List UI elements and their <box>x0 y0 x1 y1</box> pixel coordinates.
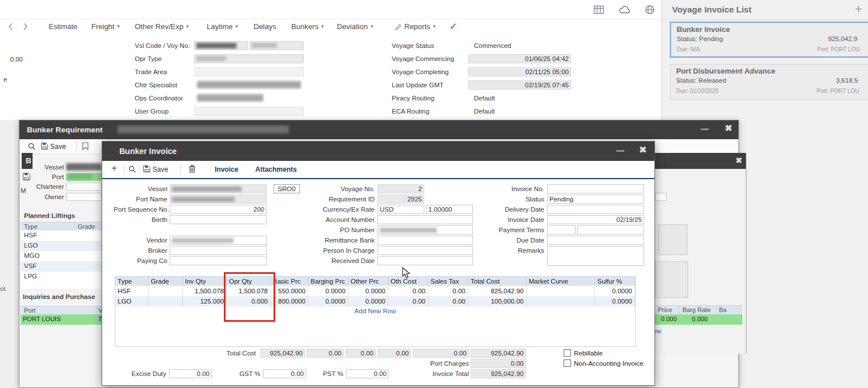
menu-estimate[interactable]: Estimate <box>49 22 78 31</box>
rebillable-checkbox[interactable]: Rebillable <box>564 349 603 357</box>
payment-terms-field-1[interactable] <box>547 225 576 235</box>
save-icon[interactable] <box>41 143 48 149</box>
port-field[interactable] <box>66 173 102 181</box>
invoice-date-field[interactable]: 02/19/25 <box>547 215 644 224</box>
ops-coordinator-field[interactable] <box>197 94 263 102</box>
vsl-code-field[interactable] <box>194 41 248 50</box>
table-row[interactable]: HSF 1,500.078 1,500.078 550.0000 0.0000 … <box>115 286 635 296</box>
trash-icon[interactable] <box>189 165 195 173</box>
table-row[interactable]: LGO 125.000 0.000 800.0000 0.0000 0.0000… <box>115 296 635 306</box>
forward-chevron-icon[interactable] <box>23 23 28 30</box>
menu-bunkers[interactable]: Bunkers▼ <box>291 22 325 31</box>
port-name-field[interactable] <box>170 195 267 204</box>
checkbox-icon[interactable] <box>564 359 571 367</box>
vessel-field[interactable] <box>170 184 267 193</box>
col-type[interactable]: Type <box>115 277 148 286</box>
paying-co-field[interactable] <box>170 256 267 265</box>
col-sulfur[interactable]: Sulfur % <box>595 277 635 286</box>
globe-icon[interactable] <box>645 5 654 14</box>
menu-reports[interactable]: Reports▼ <box>404 22 436 31</box>
add-icon[interactable]: + <box>111 164 117 173</box>
menu-other-rev-exp[interactable]: Other Rev/Exp▼ <box>135 22 190 31</box>
payment-terms-field-2[interactable] <box>577 225 644 235</box>
invoice-card-bunker-invoice[interactable]: Bunker Invoice Status: Pending 925,042.9… <box>670 22 868 58</box>
minimize-button[interactable]: — <box>616 147 624 155</box>
save-button[interactable]: Save <box>152 165 168 173</box>
owner-field[interactable] <box>66 193 102 201</box>
col-market-curve[interactable]: Market Curve <box>527 277 595 286</box>
invoice-no-field[interactable] <box>547 184 644 193</box>
remarks-field[interactable] <box>547 246 644 266</box>
delivery-date-field[interactable] <box>547 205 644 214</box>
col-inv-qty[interactable]: Inv Qty <box>183 277 227 286</box>
vendor-field[interactable] <box>170 236 267 245</box>
table-row[interactable]: HSF <box>21 231 102 241</box>
close-icon[interactable]: ✖ <box>736 156 742 164</box>
status-field[interactable]: Pending <box>547 195 644 204</box>
opr-type-field[interactable] <box>194 54 304 63</box>
save-icon[interactable] <box>143 165 150 172</box>
trade-area-field[interactable] <box>194 67 304 76</box>
close-icon[interactable]: ✖ <box>725 124 732 132</box>
invoice-card-port-disbursement[interactable]: Port Disbursement Advance Status: Releas… <box>670 64 868 100</box>
cloud-icon[interactable] <box>619 6 630 14</box>
table-row[interactable]: VSF <box>21 261 102 272</box>
table-icon[interactable] <box>594 6 604 14</box>
voyage-no-field[interactable]: 2 <box>377 184 424 193</box>
last-update-gmt-field[interactable]: 02/19/25 07:45 <box>468 80 571 90</box>
menu-laytime[interactable]: Laytime▼ <box>207 22 239 31</box>
menu-delays[interactable]: Delays <box>254 22 276 31</box>
berth-field[interactable] <box>170 215 267 224</box>
table-row[interactable]: LPG <box>21 272 102 282</box>
inquiry-row-selected[interactable]: PORT LOUIS T <box>21 314 102 325</box>
vessel-field[interactable] <box>66 163 102 171</box>
col-other-prc[interactable]: Other Prc <box>348 277 388 286</box>
non-accounting-checkbox[interactable]: Non-Accounting Invoice <box>564 359 643 367</box>
minimize-button[interactable]: — <box>701 125 709 133</box>
search-icon[interactable] <box>28 143 35 150</box>
tab-attachments[interactable]: Attachments <box>255 165 297 173</box>
voyage-completing-field[interactable]: 02/11/25 05:00 <box>468 67 571 76</box>
remittance-bank-field[interactable] <box>377 236 473 245</box>
label-account-number: Account Number <box>319 216 375 223</box>
chtr-specialist-field[interactable] <box>197 81 301 88</box>
save-button[interactable]: Save <box>50 143 66 151</box>
broker-field[interactable] <box>170 246 267 255</box>
menu-deviation[interactable]: Deviation▼ <box>337 22 374 31</box>
col-grade[interactable]: Grade <box>148 277 183 286</box>
pst-field[interactable]: 0.00 <box>346 369 389 378</box>
col-barging-prc[interactable]: Barging Prc <box>308 277 348 286</box>
user-group-field[interactable] <box>194 107 304 116</box>
col-total-cost[interactable]: Total Cost <box>468 277 527 286</box>
ex-rate-field[interactable]: 1.00000 <box>426 205 473 214</box>
bookmark-icon[interactable] <box>82 142 89 150</box>
received-date-field[interactable] <box>377 256 473 265</box>
excise-duty-field[interactable]: 0.00 <box>169 369 212 378</box>
add-invoice-button[interactable]: + <box>855 2 862 17</box>
currency-field[interactable]: USD <box>377 205 424 214</box>
gst-field[interactable]: 0.00 <box>263 369 306 378</box>
add-new-row-link[interactable]: Add New Row <box>115 306 635 316</box>
close-icon[interactable]: ✖ <box>639 146 646 154</box>
due-date-field[interactable] <box>547 236 644 245</box>
col-sales-tax[interactable]: Sales Tax <box>428 277 468 286</box>
save-icon[interactable] <box>23 173 30 180</box>
account-number-field[interactable] <box>377 215 473 224</box>
checkbox-icon[interactable] <box>564 349 571 357</box>
port-sequence-field[interactable]: 200 <box>170 205 267 214</box>
back-chevron-icon[interactable] <box>8 23 13 30</box>
voy-no-field[interactable] <box>250 41 304 50</box>
vessel-code-badge[interactable]: SRO0 <box>274 184 300 193</box>
requirement-id-field[interactable]: 2925 <box>377 195 424 204</box>
search-icon[interactable] <box>128 165 136 173</box>
voyage-commencing-field[interactable]: 01/06/25 04:42 <box>468 54 571 63</box>
col-basic-prc[interactable]: Basic Prc <box>271 277 308 286</box>
charterer-field[interactable] <box>66 183 102 191</box>
person-in-charge-field[interactable] <box>377 246 473 255</box>
menu-freight[interactable]: Freight▼ <box>91 22 120 31</box>
tab-invoice[interactable]: Invoice <box>215 165 238 173</box>
po-number-field[interactable] <box>377 225 473 235</box>
table-row[interactable]: LGO <box>21 241 102 252</box>
inquiry-row-selected-right[interactable]: 0.000 0.000 <box>655 314 742 325</box>
table-row[interactable]: MGO <box>21 251 102 262</box>
